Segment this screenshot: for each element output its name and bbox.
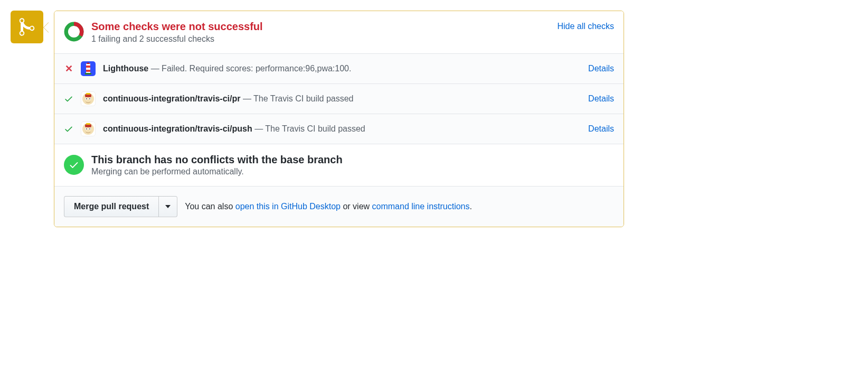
status-title: Some checks were not successful — [91, 20, 550, 33]
check-details-link[interactable]: Details — [588, 124, 614, 134]
status-subtitle: 1 failing and 2 successful checks — [91, 34, 550, 44]
checks-donut-icon — [64, 22, 84, 42]
check-name: continuous-integration/travis-ci/push — [103, 124, 252, 133]
footer-prefix: You can also — [185, 202, 235, 211]
success-circle-icon — [64, 155, 84, 175]
check-details-link[interactable]: Details — [588, 94, 614, 104]
hide-all-checks-link[interactable]: Hide all checks — [557, 22, 614, 31]
check-name: Lighthouse — [103, 64, 148, 73]
caret-down-icon — [165, 205, 171, 208]
check-sep: — — [252, 124, 266, 133]
travis-avatar-icon — [81, 122, 96, 136]
check-desc: The Travis CI build passed — [265, 124, 365, 133]
check-row: continuous-integration/travis-ci/push — … — [54, 114, 624, 144]
check-status-icon — [64, 94, 73, 104]
check-row: continuous-integration/travis-ci/pr — Th… — [54, 83, 624, 114]
merge-pull-request-button[interactable]: Merge pull request — [64, 196, 159, 217]
check-desc: Failed. Required scores: performance:96,… — [162, 64, 351, 73]
check-text: continuous-integration/travis-ci/pr — Th… — [103, 94, 581, 104]
svg-point-19 — [86, 128, 87, 129]
check-icon — [64, 124, 73, 134]
merge-footer: Merge pull request You can also open thi… — [54, 186, 624, 227]
merge-footer-text: You can also open this in GitHub Desktop… — [185, 202, 472, 211]
conflict-title: This branch has no conflicts with the ba… — [91, 154, 343, 166]
svg-point-12 — [86, 98, 87, 99]
checks-panel: Some checks were not successful 1 failin… — [54, 11, 624, 227]
check-icon — [64, 94, 73, 104]
status-header: Some checks were not successful 1 failin… — [54, 11, 624, 53]
check-status-icon — [64, 124, 73, 134]
check-name: continuous-integration/travis-ci/pr — [103, 94, 240, 103]
check-details-link[interactable]: Details — [588, 64, 614, 73]
git-merge-icon — [18, 17, 35, 37]
check-text: continuous-integration/travis-ci/push — … — [103, 124, 581, 134]
lighthouse-avatar-icon — [81, 61, 96, 76]
x-icon: ✕ — [65, 63, 73, 75]
open-github-desktop-link[interactable]: open this in GitHub Desktop — [235, 202, 341, 211]
travis-avatar-icon — [81, 91, 96, 106]
footer-mid: or view — [341, 202, 372, 211]
check-status-icon: ✕ — [64, 63, 73, 75]
svg-rect-16 — [86, 123, 90, 125]
check-row: ✕Lighthouse — Failed. Required scores: p… — [54, 53, 624, 83]
footer-suffix: . — [470, 202, 472, 211]
svg-rect-9 — [86, 93, 90, 95]
svg-marker-6 — [86, 62, 90, 64]
check-desc: The Travis CI build passed — [253, 94, 353, 103]
check-sep: — — [148, 64, 162, 73]
panel-arrow — [43, 22, 49, 33]
merge-conflict-status: This branch has no conflicts with the ba… — [54, 144, 624, 186]
svg-point-13 — [89, 98, 90, 99]
conflict-subtitle: Merging can be performed automatically. — [91, 167, 343, 176]
check-text: Lighthouse — Failed. Required scores: pe… — [103, 64, 581, 73]
svg-rect-4 — [86, 70, 90, 72]
svg-rect-3 — [86, 66, 90, 68]
svg-point-20 — [89, 128, 90, 129]
check-sep: — — [240, 94, 253, 103]
merge-status-icon-box — [11, 11, 43, 43]
merge-options-dropdown[interactable] — [159, 196, 177, 217]
svg-rect-5 — [85, 73, 91, 75]
command-line-instructions-link[interactable]: command line instructions — [372, 202, 470, 211]
